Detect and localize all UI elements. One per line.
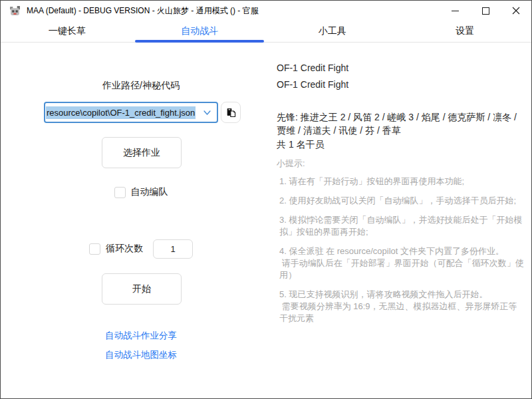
tip-item: 2. 使用好友助战可以关闭「自动编队」，手动选择干员后开始;: [277, 195, 524, 207]
tab-farming[interactable]: 一键长草: [1, 21, 134, 42]
job-subtitle: OF-1 Credit Fight: [277, 79, 348, 90]
job-path-label: 作业路径/神秘代码: [44, 80, 238, 92]
loop-times-row: 循环次数: [44, 239, 238, 259]
chevron-down-icon[interactable]: [202, 108, 212, 118]
minimize-icon: [452, 11, 459, 11]
operator-list: 先锋: 推进之王 2 / 风笛 2 / 嵯峨 3 / 焰尾 / 德克萨斯 / 凛…: [277, 110, 521, 137]
maximize-button[interactable]: [470, 1, 501, 21]
app-icon: [9, 5, 21, 17]
close-icon: [512, 7, 520, 15]
copilot-map-link[interactable]: 自动战斗地图坐标: [44, 349, 238, 361]
job-path-value[interactable]: resource\copilot\OF-1_credit_fight.json: [46, 106, 196, 119]
minimize-button[interactable]: [440, 1, 470, 21]
tab-tools[interactable]: 小工具: [266, 21, 399, 42]
auto-formation-label: 自动编队: [131, 186, 168, 198]
maximize-icon: [482, 7, 489, 15]
tab-bar: 一键长草 自动战斗 小工具 设置: [1, 21, 531, 43]
tips-title: 小提示:: [277, 158, 524, 170]
tips-panel: 小提示: 1. 请在有「开始行动」按钮的界面再使用本功能; 2. 使用好友助战可…: [277, 158, 524, 332]
tip-item: 1. 请在有「开始行动」按钮的界面再使用本功能;: [277, 176, 524, 188]
auto-formation-row: 自动编队: [44, 186, 238, 198]
close-button[interactable]: [501, 1, 531, 21]
title-bar: MAA (Default) - DEBUG VERSION - 火山旅梦 - 通…: [1, 1, 531, 21]
copilot-share-link[interactable]: 自动战斗作业分享: [44, 330, 238, 342]
app-window: MAA (Default) - DEBUG VERSION - 火山旅梦 - 通…: [0, 0, 532, 399]
loop-times-label: 循环次数: [106, 243, 143, 255]
copy-path-button[interactable]: [221, 102, 241, 123]
job-path-combobox[interactable]: resource\copilot\OF-1_credit_fight.json: [44, 102, 218, 123]
copy-icon: [225, 107, 237, 118]
tab-copilot[interactable]: 自动战斗: [134, 21, 267, 42]
tip-item: 5. 现已支持视频识别，请将攻略视频文件拖入后开始。 需要视频分辨率为 16:9…: [277, 289, 524, 325]
window-controls: [440, 1, 531, 21]
loop-times-input[interactable]: [153, 239, 193, 259]
job-title: OF-1 Credit Fight: [277, 63, 348, 73]
tip-item: 4. 保全派驻 在 resource/copilot 文件夹下内置了多份作业。 …: [277, 245, 524, 281]
operator-count: 共 1 名干员: [277, 139, 325, 151]
loop-times-checkbox[interactable]: [89, 243, 100, 255]
start-button[interactable]: 开始: [102, 273, 182, 305]
window-title: MAA (Default) - DEBUG VERSION - 火山旅梦 - 通…: [27, 5, 259, 17]
auto-formation-checkbox[interactable]: [114, 187, 126, 198]
tab-settings[interactable]: 设置: [399, 21, 532, 42]
select-job-button[interactable]: 选择作业: [102, 137, 182, 168]
tip-item: 3. 模拟悖论需要关闭「自动编队」，并选好技能后处于「开始模拟」按钮的界面再开始…: [277, 214, 524, 238]
